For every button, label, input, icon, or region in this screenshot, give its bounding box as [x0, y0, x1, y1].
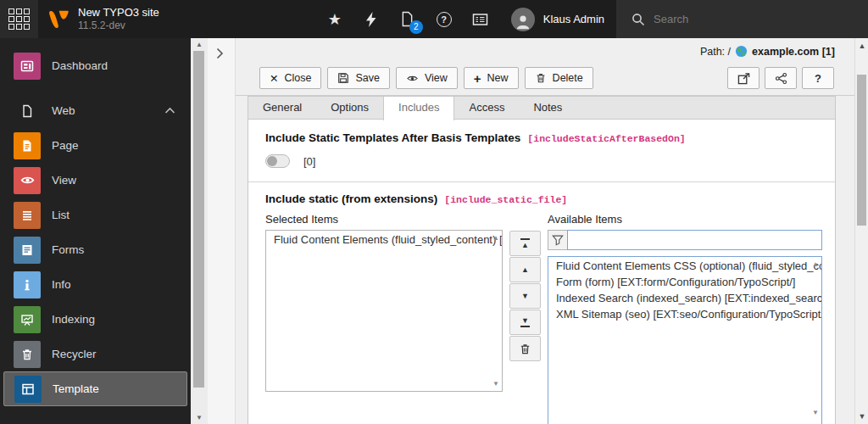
- open-in-new-window-button[interactable]: [727, 67, 760, 89]
- view-button[interactable]: View: [396, 67, 458, 89]
- site-info: New TYPO3 site 11.5.2-dev: [78, 6, 159, 32]
- sidebar-scrollbar[interactable]: ▲ ▼: [191, 38, 208, 424]
- sidebar-item-recycler[interactable]: Recycler: [0, 337, 191, 371]
- sidebar-item-view[interactable]: View: [0, 163, 191, 198]
- content-scrollbar-thumb[interactable]: [857, 75, 866, 226]
- move-up-button[interactable]: ▲: [509, 257, 541, 282]
- selected-item[interactable]: Fluid Content Elements (fluid_styled_con…: [266, 231, 502, 247]
- clear-cache-bolt-icon[interactable]: [361, 8, 381, 31]
- search-icon: [632, 13, 645, 26]
- page-title[interactable]: example.com [1]: [752, 46, 835, 58]
- available-filter: [548, 230, 822, 250]
- modules-grid-icon: [8, 8, 30, 30]
- system-information-icon[interactable]: [470, 8, 491, 31]
- listbox-scroll-down-icon[interactable]: ▼: [492, 380, 499, 388]
- plus-icon: +: [474, 71, 481, 86]
- move-to-top-button[interactable]: ▲: [509, 231, 541, 256]
- scroll-up-arrow[interactable]: ▲: [191, 41, 208, 48]
- tab-bar: General Options Includes Access Notes: [248, 96, 836, 119]
- sidebar-group-web[interactable]: Web: [0, 93, 191, 128]
- tab-access[interactable]: Access: [454, 97, 519, 119]
- arrow-down-icon: ▼: [521, 317, 529, 324]
- web-icon: [14, 98, 41, 125]
- field-code: [includeStaticAfterBasedOn]: [527, 133, 685, 144]
- available-item[interactable]: Fluid Content Elements CSS (optional) (f…: [548, 257, 821, 273]
- content-area: Path: / example.com [1] ✕ Close Save: [236, 38, 854, 424]
- available-items-column: Fluid Content Elements CSS (optional) (f…: [548, 230, 822, 424]
- field-code: [include_static_file]: [444, 194, 567, 205]
- listbox-scroll-down-icon[interactable]: ▼: [812, 409, 819, 416]
- user-menu[interactable]: Klaus Admin: [511, 8, 604, 31]
- toggle-knob: [267, 156, 277, 166]
- user-name: Klaus Admin: [543, 13, 604, 25]
- selected-items-label: Selected Items: [265, 213, 503, 226]
- available-item[interactable]: XML Sitemap (seo) [EXT:seo/Configuration…: [548, 305, 821, 321]
- sidebar-item-info[interactable]: Info: [0, 267, 191, 302]
- save-icon: [337, 72, 349, 84]
- save-button[interactable]: Save: [327, 67, 390, 89]
- sidebar-item-dashboard[interactable]: Dashboard: [0, 48, 191, 83]
- arrow-up-icon: ▲: [521, 242, 529, 248]
- typo3-logo-icon: [47, 8, 70, 31]
- pagetree-expand-button[interactable]: [216, 47, 224, 62]
- tab-options[interactable]: Options: [316, 97, 383, 119]
- trash-icon: [535, 72, 547, 84]
- eye-icon: [14, 167, 41, 194]
- context-help-button[interactable]: ?: [802, 67, 834, 89]
- field-title: Include Static Templates After Basis Tem…: [265, 131, 520, 144]
- tab-includes[interactable]: Includes: [383, 97, 454, 120]
- sidebar-item-template[interactable]: Template: [3, 371, 187, 406]
- help-icon[interactable]: ?: [434, 8, 454, 31]
- site-title: New TYPO3 site: [78, 6, 159, 20]
- content-scrollbar[interactable]: ▲ ▼: [854, 38, 868, 424]
- info-icon: [14, 271, 41, 298]
- sidebar-item-list[interactable]: List: [0, 198, 191, 232]
- sidebar-item-indexing[interactable]: Indexing: [0, 302, 191, 337]
- share-button[interactable]: [765, 67, 797, 89]
- doc-buttons: ✕ Close Save View + New: [259, 67, 593, 89]
- sidebar-item-forms[interactable]: Forms: [0, 232, 191, 267]
- listbox-scroll-up-icon[interactable]: ▲: [812, 260, 819, 268]
- avatar: [511, 8, 535, 31]
- available-item[interactable]: Form (form) [EXT:form/Configuration/Typo…: [548, 273, 821, 289]
- page-icon: [14, 132, 41, 159]
- available-filter-input[interactable]: [567, 230, 822, 250]
- sidebar-scrollbar-thumb[interactable]: [193, 51, 204, 388]
- indexing-icon: [14, 306, 41, 333]
- topbar-toolbar: ★ 2 ?: [325, 8, 491, 31]
- sidebar-item-page[interactable]: Page: [0, 128, 191, 163]
- pagetree-collapsed: [208, 38, 236, 424]
- search-input[interactable]: [654, 13, 823, 25]
- funnel-icon: [552, 234, 564, 246]
- tab-general[interactable]: General: [248, 97, 316, 119]
- available-items-listbox[interactable]: Fluid Content Elements CSS (optional) (f…: [548, 256, 822, 424]
- typo3-logo[interactable]: [47, 8, 70, 31]
- move-to-bottom-button[interactable]: ▼: [509, 310, 541, 335]
- chevron-up-icon: [164, 104, 175, 117]
- site-version: 11.5.2-dev: [78, 20, 159, 32]
- new-button[interactable]: + New: [464, 67, 519, 89]
- delete-button[interactable]: Delete: [525, 67, 593, 89]
- toggle-include-static-after[interactable]: [265, 154, 290, 168]
- selected-items-listbox[interactable]: Fluid Content Elements (fluid_styled_con…: [265, 230, 503, 392]
- form-panel: Include Static Templates After Basis Tem…: [248, 119, 836, 424]
- scroll-up-arrow[interactable]: ▲: [855, 42, 868, 50]
- scroll-down-arrow[interactable]: ▼: [191, 414, 208, 421]
- listbox-scroll-up-icon[interactable]: ▲: [492, 234, 499, 242]
- list-panel-icon: [472, 13, 488, 26]
- section-include-static-file: Include static (from extensions)[include…: [248, 182, 835, 424]
- tab-notes[interactable]: Notes: [519, 97, 576, 119]
- modules-menu-button[interactable]: [0, 0, 38, 38]
- module-sidebar: Dashboard Web Page View List Forms: [0, 38, 191, 424]
- bookmark-star-icon[interactable]: ★: [325, 8, 345, 31]
- user-icon: [514, 13, 532, 31]
- open-documents-icon[interactable]: 2: [398, 8, 418, 31]
- scroll-down-arrow[interactable]: ▼: [855, 412, 868, 421]
- move-down-button[interactable]: ▼: [509, 283, 541, 309]
- toggle-value: [0]: [303, 155, 315, 168]
- filter-button[interactable]: [548, 230, 568, 250]
- close-button[interactable]: ✕ Close: [259, 67, 321, 89]
- remove-item-button[interactable]: [509, 336, 541, 361]
- external-link-icon: [737, 72, 750, 85]
- available-item[interactable]: Indexed Search (indexed_search) [EXT:ind…: [548, 289, 821, 305]
